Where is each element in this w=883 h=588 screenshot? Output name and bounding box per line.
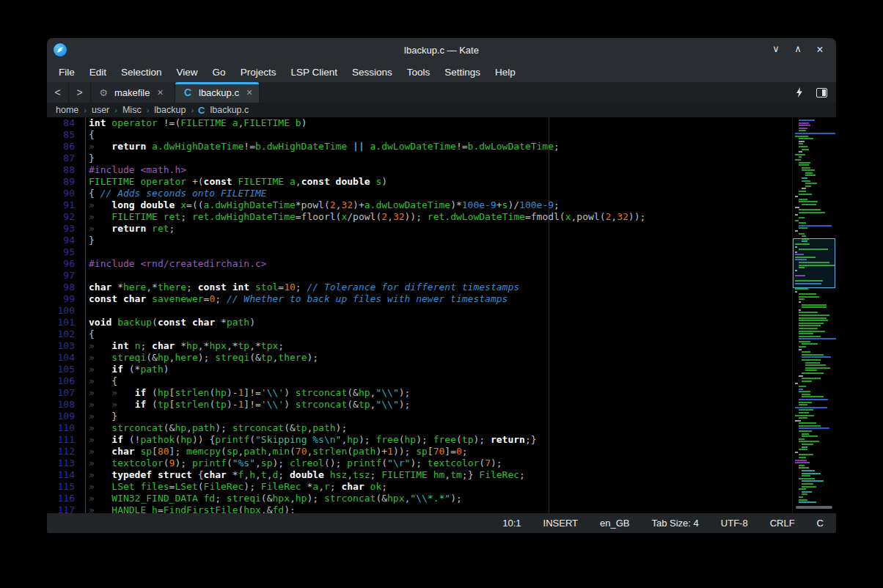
code-line[interactable]: 103» int n; char *hp,*hpx,*tp,*tpx; [47,340,792,352]
code-text: int operator !=(FILETIME a,FILETIME b) [86,117,307,129]
status-syntax-mode[interactable]: C [806,518,836,529]
c-source-icon: C [197,105,208,116]
code-line[interactable]: 114» typedef struct {char *f,h,t,d; doub… [47,469,792,481]
split-view-icon[interactable] [816,88,827,98]
code-line[interactable]: 96#include <rnd/createdirchain.c> [47,258,792,270]
code-line[interactable]: 89FILETIME operator +(const FILETIME a,c… [47,176,792,188]
code-line[interactable]: 84int operator !=(FILETIME a,FILETIME b) [47,117,792,129]
maximize-button[interactable]: ∧ [792,43,804,56]
code-line[interactable]: 105» if (*path) [47,364,792,375]
code-text: » char sp[80]; memcpy(sp,path,min(70,str… [86,446,468,457]
line-number: 114 [47,469,86,481]
code-line[interactable]: 99const char savenewer=0; // Whether to … [47,293,792,305]
nav-back-button[interactable]: < [47,82,69,103]
menu-help[interactable]: Help [488,64,523,81]
tab-lbackup-c[interactable]: Clbackup.c× [175,82,260,103]
code-line[interactable]: 110» strconcat(&hp,path); strconcat(&tp,… [47,422,792,434]
tab-close-icon[interactable]: × [246,87,252,98]
code-line[interactable]: 90{ // Adds seconds onto FILETIME [47,188,792,199]
status-line-endings[interactable]: CRLF [759,518,806,529]
breadcrumb-lbackup[interactable]: lbackup [152,105,188,115]
code-line[interactable]: 113» textcolor(9); printf("%s",sp); clre… [47,457,792,469]
minimize-button[interactable]: ∨ [770,43,782,56]
window-title: lbackup.c — Kate [47,45,836,56]
status-dictionary[interactable]: en_GB [589,518,640,529]
menu-tools[interactable]: Tools [400,64,438,81]
code-line[interactable]: 98char *here,*there; const int stol=10; … [47,282,792,293]
code-line[interactable]: 101void backup(const char *path) [47,317,792,328]
code-text [86,246,89,258]
editor-view[interactable]: 84int operator !=(FILETIME a,FILETIME b)… [47,117,836,513]
code-line[interactable]: 115» LSet files=LSet(FileRec); FileRec *… [47,481,792,493]
code-text: char *here,*there; const int stol=10; //… [86,282,519,293]
code-line[interactable]: 117» HANDLE h=FindFirstFile(hpx,&fd); [47,504,792,513]
code-text: » LSet files=LSet(FileRec); FileRec *a,r… [86,481,387,493]
code-line[interactable]: 109» } [47,411,792,422]
scrollbar-minimap[interactable] [792,117,835,513]
code-text: » return a.dwHighDateTime!=b.dwHighDateT… [86,141,560,152]
minimap-bars [794,120,835,504]
code-text: #include <rnd/createdirchain.c> [86,258,267,270]
title-bar[interactable]: lbackup.c — Kate ∨ ∧ × [47,38,836,62]
code-text [86,270,89,282]
breadcrumb-home[interactable]: home [54,105,81,115]
code-text: » if (*path) [86,364,169,375]
code-text: void backup(const char *path) [86,317,255,328]
line-number: 87 [47,152,86,164]
code-line[interactable]: 108» » if (tp[strlen(tp)-1]!='\\') strco… [47,399,792,411]
breadcrumb-separator-icon: › [81,106,89,114]
menu-file[interactable]: File [51,64,82,81]
menu-selection[interactable]: Selection [114,64,169,81]
line-number: 110 [47,422,86,434]
line-number: 117 [47,504,86,513]
code-line[interactable]: 97 [47,270,792,282]
line-number: 104 [47,352,86,364]
status-encoding[interactable]: UTF-8 [710,518,759,529]
breadcrumb-Misc[interactable]: Misc [120,105,144,115]
code-line[interactable]: 111» if (!pathok(hp)) {printf("Skipping … [47,434,792,446]
code-line[interactable]: 92» FILETIME ret; ret.dwHighDateTime=flo… [47,211,792,223]
code-line[interactable]: 112» char sp[80]; memcpy(sp,path,min(70,… [47,446,792,457]
code-line[interactable]: 86» return a.dwHighDateTime!=b.dwHighDat… [47,141,792,152]
code-line[interactable]: 85{ [47,129,792,141]
line-number: 109 [47,411,86,422]
menu-view[interactable]: View [169,64,205,81]
line-number: 99 [47,293,86,305]
code-line[interactable]: 107» » if (hp[strlen(hp)-1]!='\\') strco… [47,387,792,399]
code-area[interactable]: 84int operator !=(FILETIME a,FILETIME b)… [47,117,792,513]
menu-sessions[interactable]: Sessions [345,64,400,81]
breadcrumb-user[interactable]: user [89,105,111,115]
code-line[interactable]: 95 [47,246,792,258]
code-line[interactable]: 88#include <math.h> [47,164,792,176]
line-number: 102 [47,328,86,340]
status-cursor-position[interactable]: 10:1 [491,518,532,529]
code-line[interactable]: 106» { [47,375,792,387]
minimap-viewport-handle[interactable] [793,238,835,288]
nav-forward-button[interactable]: > [69,82,91,103]
line-number: 107 [47,387,86,399]
code-line[interactable]: 100 [47,305,792,317]
code-line[interactable]: 104» streqi(&hp,here); streqi(&tp,there)… [47,352,792,364]
tab-label: makefile [114,87,150,98]
code-line[interactable]: 91» long double x=((a.dwHighDateTime*pow… [47,199,792,211]
code-text: { // Adds seconds onto FILETIME [86,188,267,199]
status-tab-size[interactable]: Tab Size: 4 [640,518,709,529]
menu-settings[interactable]: Settings [437,64,488,81]
code-line[interactable]: 93» return ret; [47,223,792,235]
menu-edit[interactable]: Edit [82,64,114,81]
breadcrumb-file[interactable]: lbackup.c [208,105,251,115]
status-insert-mode[interactable]: INSERT [532,518,589,529]
close-button[interactable]: × [814,43,826,56]
code-line[interactable]: 102{ [47,328,792,340]
code-line[interactable]: 87} [47,152,792,164]
line-number: 100 [47,305,86,317]
code-line[interactable]: 94} [47,235,792,246]
code-line[interactable]: 116» WIN32_FIND_DATA fd; streqi(&hpx,hp)… [47,493,792,504]
quick-open-icon[interactable] [796,87,803,98]
tab-makefile[interactable]: ⚙makefile× [91,82,175,103]
menu-projects[interactable]: Projects [233,64,284,81]
kate-window: lbackup.c — Kate ∨ ∧ × FileEditSelection… [47,38,836,533]
tab-close-icon[interactable]: × [157,87,163,98]
menu-lsp-client[interactable]: LSP Client [283,64,345,81]
menu-go[interactable]: Go [205,64,233,81]
